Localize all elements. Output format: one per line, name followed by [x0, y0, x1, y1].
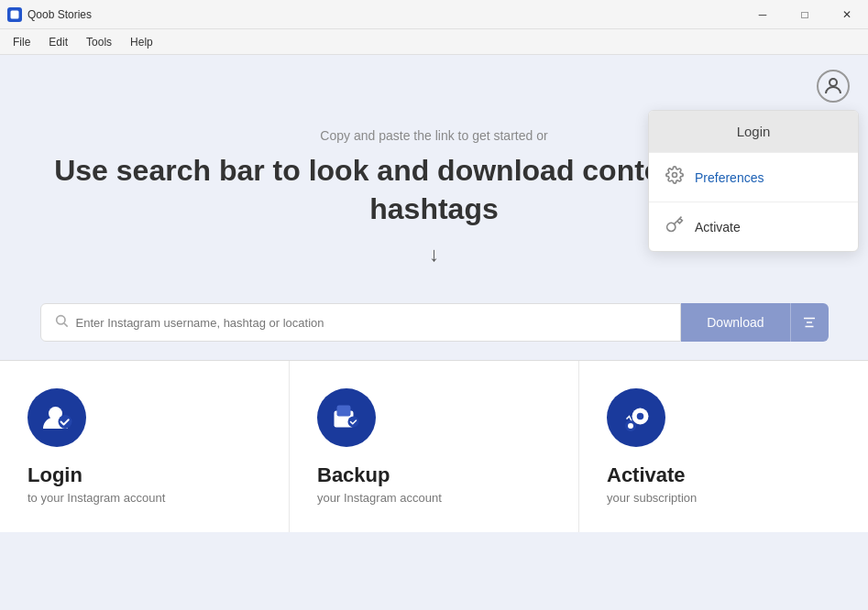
cards-section: Login to your Instagram account Backup y… [0, 360, 868, 532]
close-button[interactable]: ✕ [826, 0, 868, 29]
app-icon [7, 7, 22, 22]
minimize-button[interactable]: ─ [742, 0, 784, 29]
window-controls: ─ □ ✕ [742, 0, 868, 29]
search-input[interactable] [76, 316, 668, 330]
svg-rect-11 [337, 406, 351, 417]
login-card-subtitle: to your Instagram account [27, 491, 261, 505]
dropdown-preferences-item[interactable]: Preferences [649, 152, 858, 202]
activate-card-subtitle: your subscription [607, 491, 841, 505]
svg-point-12 [348, 417, 359, 428]
title-bar-left: Qoob Stories [7, 7, 92, 22]
main-content: Login Preferences Activate Copy and past… [0, 55, 868, 610]
activate-label: Activate [695, 220, 741, 234]
search-section: Download [22, 303, 847, 342]
hero-title-line2: hashtags [369, 192, 498, 225]
user-avatar-icon [817, 70, 850, 103]
svg-point-15 [628, 423, 633, 429]
svg-line-4 [64, 323, 68, 327]
svg-point-1 [830, 79, 837, 86]
dropdown-login-button[interactable]: Login [649, 111, 858, 152]
login-card-icon [27, 388, 86, 447]
backup-card-subtitle: your Instagram account [317, 491, 551, 505]
backup-card-icon [317, 388, 376, 447]
app-title: Qoob Stories [27, 8, 92, 21]
dropdown-activate-item[interactable]: Activate [649, 202, 858, 251]
svg-point-3 [56, 316, 64, 324]
login-card-title: Login [27, 463, 261, 487]
menu-tools[interactable]: Tools [77, 32, 121, 52]
login-card: Login to your Instagram account [0, 361, 290, 532]
filter-button[interactable] [790, 303, 829, 342]
activate-card: Activate your subscription [579, 361, 868, 532]
svg-point-13 [637, 413, 644, 420]
backup-card: Backup your Instagram account [290, 361, 579, 532]
preferences-icon [665, 166, 684, 189]
user-dropdown-menu: Login Preferences Activate [648, 110, 859, 252]
svg-point-2 [673, 173, 677, 178]
activate-card-title: Activate [607, 463, 841, 487]
menu-edit[interactable]: Edit [39, 32, 77, 52]
search-icon [54, 313, 69, 332]
backup-card-title: Backup [317, 463, 551, 487]
menu-file[interactable]: File [4, 32, 39, 52]
maximize-button[interactable]: □ [784, 0, 826, 29]
preferences-label: Preferences [695, 170, 764, 185]
activate-icon [665, 215, 684, 238]
menu-bar: File Edit Tools Help [0, 29, 868, 55]
activate-card-icon [607, 388, 665, 447]
download-button[interactable]: Download [681, 303, 789, 342]
search-bar-container [40, 303, 682, 342]
menu-help[interactable]: Help [121, 32, 162, 52]
user-icon-button[interactable] [817, 70, 850, 103]
title-bar: Qoob Stories ─ □ ✕ [0, 0, 868, 29]
svg-rect-0 [11, 10, 19, 18]
